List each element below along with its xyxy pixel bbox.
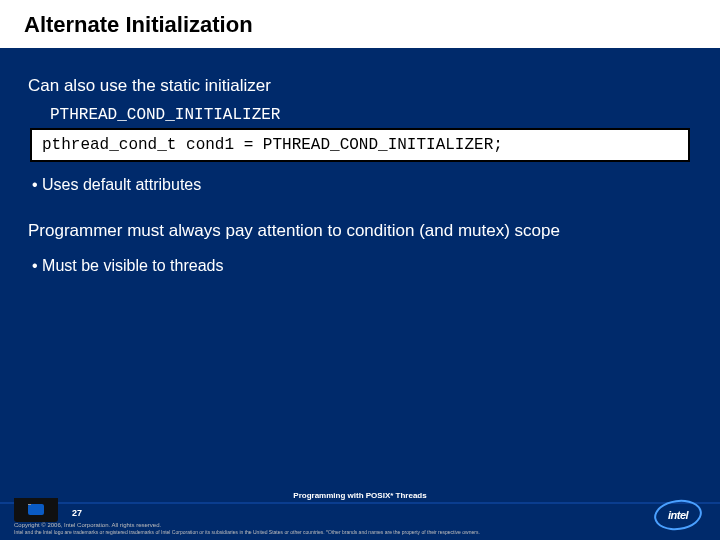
course-title: Programming with POSIX* Threads [0, 491, 720, 500]
software-badge-icon [14, 498, 58, 522]
scope-paragraph: Programmer must always pay attention to … [28, 220, 692, 243]
page-number: 27 [72, 508, 720, 518]
title-bar: Alternate Initialization [0, 0, 720, 48]
legal-text: Intel and the Intel logo are trademarks … [14, 529, 720, 536]
intro-text: Can also use the static initializer [28, 76, 692, 96]
macro-name: PTHREAD_COND_INITIALIZER [28, 106, 692, 124]
intel-logo-text: intel [668, 509, 688, 521]
copyright-text: Copyright © 2006, Intel Corporation. All… [14, 522, 720, 528]
content-area: Can also use the static initializer PTHR… [0, 48, 720, 275]
code-box: pthread_cond_t cond1 = PTHREAD_COND_INIT… [30, 128, 690, 162]
intel-logo-icon: intel [654, 500, 702, 530]
footer: Programming with POSIX* Threads 27 Copyr… [0, 491, 720, 541]
footer-bar: 27 Copyright © 2006, Intel Corporation. … [0, 502, 720, 541]
bullet-visible: • Must be visible to threads [28, 257, 692, 275]
bullet-default-attributes: • Uses default attributes [28, 176, 692, 194]
slide: Alternate Initialization Can also use th… [0, 0, 720, 540]
slide-title: Alternate Initialization [24, 12, 700, 38]
